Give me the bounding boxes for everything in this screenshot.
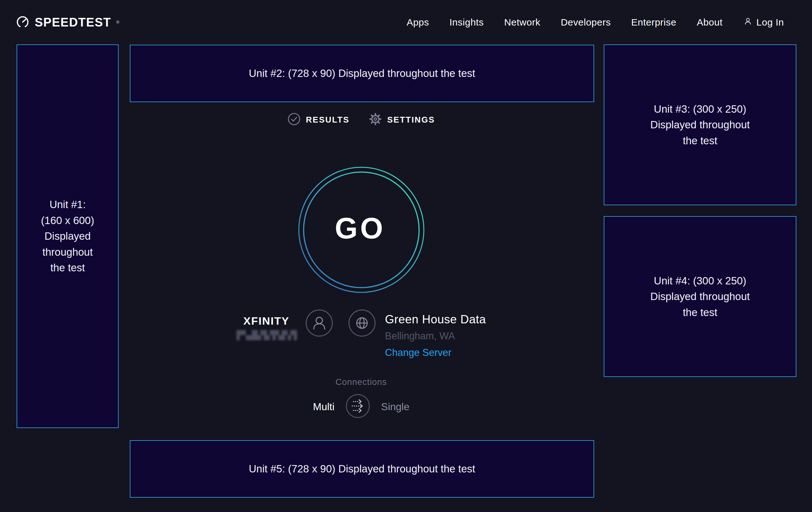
provider-server-row: XFINITY ▛▚▟▙▜▞▛▟▚▜ Green House Data — [119, 309, 604, 360]
login-button[interactable]: Log In — [743, 17, 784, 28]
gauge-icon — [16, 15, 30, 30]
ad-unit-2-leaderboard[interactable]: Unit #2: (728 x 90) Displayed throughout… — [130, 45, 594, 102]
go-label: GO — [335, 212, 385, 245]
tab-results[interactable]: RESULTS — [287, 112, 350, 127]
results-tab-label: RESULTS — [306, 115, 350, 125]
ad-text-line: the test — [50, 260, 85, 276]
settings-tab-label: SETTINGS — [387, 115, 435, 125]
ad-text-line: Displayed throughout — [650, 289, 750, 304]
server-name: Green House Data — [385, 312, 486, 327]
connections-label: Connections — [336, 377, 387, 387]
person-icon — [743, 17, 753, 28]
logo-text: SPEEDTEST — [35, 16, 111, 29]
isp-name: XFINITY — [243, 314, 289, 328]
tab-settings[interactable]: SETTINGS — [369, 112, 435, 127]
nav-item-network[interactable]: Network — [504, 17, 541, 28]
ad-text-line: (160 x 600) — [41, 213, 94, 228]
top-nav: SPEEDTEST ® Apps Insights Network Develo… — [0, 0, 812, 45]
isp-detail-redacted: ▛▚▟▙▜▞▛▟▚▜ — [236, 328, 296, 342]
connections-single-option[interactable]: Single — [381, 401, 409, 413]
gear-icon — [369, 112, 382, 127]
ad-text-line: Displayed — [45, 228, 91, 244]
ad-text-line: Unit #2: (728 x 90) Displayed throughout… — [249, 65, 475, 81]
isp-block: XFINITY ▛▚▟▙▜▞▛▟▚▜ — [236, 309, 333, 342]
server-block: Green House Data Bellingham, WA Change S… — [348, 309, 486, 360]
server-location: Bellingham, WA — [385, 328, 486, 344]
person-circle-icon — [305, 309, 333, 339]
go-button-area: GO — [119, 166, 604, 294]
ad-text-line: Unit #5: (728 x 90) Displayed throughout… — [249, 461, 475, 477]
login-label: Log In — [756, 17, 784, 28]
globe-circle-icon — [348, 309, 376, 339]
ad-unit-4-rectangle[interactable]: Unit #4: (300 x 250) Displayed throughou… — [604, 216, 796, 377]
ad-text-line: Unit #4: (300 x 250) — [654, 273, 746, 289]
check-circle-icon — [287, 112, 301, 127]
ad-unit-1-skyscraper[interactable]: Unit #1: (160 x 600) Displayed throughou… — [17, 44, 119, 428]
nav-item-developers[interactable]: Developers — [561, 17, 611, 28]
nav-item-enterprise[interactable]: Enterprise — [631, 17, 676, 28]
ad-unit-3-rectangle[interactable]: Unit #3: (300 x 250) Displayed throughou… — [604, 44, 796, 205]
nav-item-about[interactable]: About — [697, 17, 723, 28]
nav-menu: Apps Insights Network Developers Enterpr… — [407, 17, 784, 28]
ad-text-line: Unit #1: — [50, 197, 86, 213]
ad-unit-5-leaderboard[interactable]: Unit #5: (728 x 90) Displayed throughout… — [130, 440, 594, 497]
ad-text-line: the test — [683, 304, 717, 321]
ad-text-line: Unit #3: (300 x 250) — [654, 101, 746, 117]
nav-item-insights[interactable]: Insights — [450, 17, 484, 28]
change-server-link[interactable]: Change Server — [385, 345, 486, 360]
go-button[interactable]: GO — [297, 166, 425, 294]
connections-multi-option[interactable]: Multi — [313, 401, 335, 413]
ad-text-line: throughout — [42, 244, 93, 260]
multi-arrows-circle-icon[interactable] — [345, 394, 370, 420]
speedtest-logo[interactable]: SPEEDTEST ® — [16, 15, 119, 30]
ad-text-line: Displayed throughout — [650, 117, 750, 133]
nav-item-apps[interactable]: Apps — [407, 17, 429, 28]
logo-trademark: ® — [116, 18, 119, 27]
results-settings-tabs: RESULTS SETTINGS — [119, 112, 604, 127]
connections-section: Connections Multi Single — [119, 377, 604, 420]
ad-text-line: the test — [683, 133, 717, 149]
